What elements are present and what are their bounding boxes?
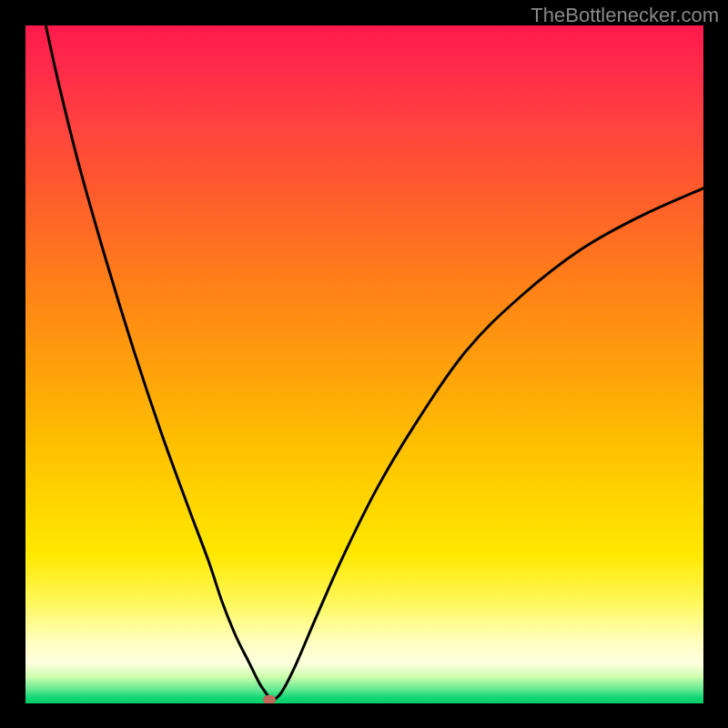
attribution-text: TheBottlenecker.com: [531, 4, 719, 27]
chart-marker-dot: [263, 695, 276, 703]
chart-plot-area: [25, 25, 703, 703]
chart-curve-svg: [25, 25, 703, 703]
bottleneck-curve-line: [46, 25, 703, 700]
